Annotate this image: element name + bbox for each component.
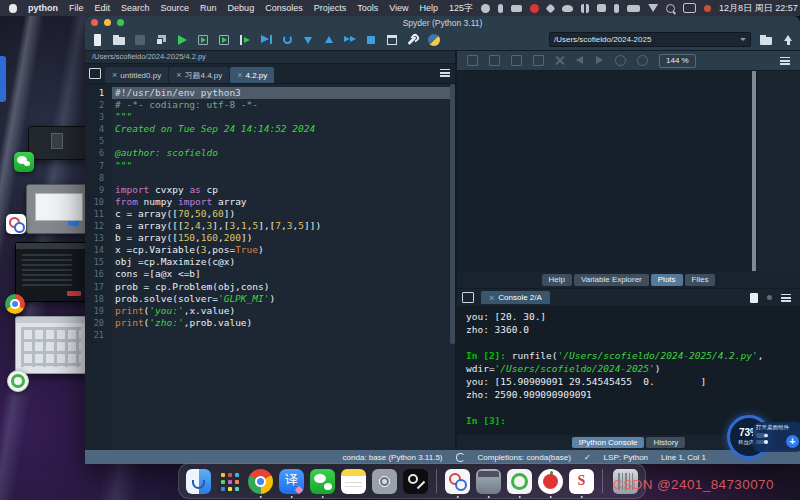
- code-line-11[interactable]: 11c = array([70,50,60]): [85, 208, 455, 220]
- window-thumbnail-wechat[interactable]: [28, 126, 86, 160]
- plots-options-icon[interactable]: [780, 57, 790, 65]
- toggle-switch[interactable]: [756, 440, 768, 445]
- record-icon[interactable]: [530, 4, 539, 13]
- completions-status[interactable]: Completions: conda(base): [478, 453, 571, 462]
- code-line-18[interactable]: 18prob.solve(solver='GLPK_MI'): [85, 293, 455, 305]
- wechat-badge-icon[interactable]: [14, 152, 34, 172]
- menu-item-view[interactable]: View: [389, 3, 408, 13]
- code-line-12[interactable]: 12a = array([[2,4,3],[3,1,5],[7,3,5]]): [85, 220, 455, 232]
- window-titlebar[interactable]: Spyder (Python 3.11): [85, 16, 800, 29]
- save-all-plots-icon[interactable]: [489, 55, 500, 66]
- menu-item-tools[interactable]: Tools: [357, 3, 378, 13]
- console-options-icon[interactable]: [781, 294, 791, 302]
- code-line-20[interactable]: 20print('zho:',prob.value): [85, 317, 455, 329]
- battery-icon[interactable]: [627, 5, 640, 12]
- tab-variable-explorer[interactable]: Variable Explorer: [574, 274, 649, 286]
- close-tab-icon[interactable]: ×: [112, 71, 117, 79]
- close-tab-icon[interactable]: ×: [237, 71, 242, 79]
- dock-wechat-icon[interactable]: [310, 469, 335, 494]
- shapes-icon[interactable]: [546, 3, 556, 13]
- plots-zoom-level[interactable]: 144 %: [659, 54, 696, 68]
- remove-all-plots-icon[interactable]: [555, 56, 564, 65]
- working-directory-input[interactable]: /Users/scofieldo/2024-2025: [549, 32, 751, 47]
- previous-plot-icon[interactable]: [575, 56, 584, 65]
- code-line-10[interactable]: 10from numpy import array: [85, 196, 455, 208]
- code-line-4[interactable]: 4Created on Tue Sep 24 14:14:52 2024: [85, 123, 455, 135]
- conda-env-status[interactable]: conda: base (Python 3.11.5): [343, 453, 443, 462]
- rerun-icon[interactable]: [281, 34, 293, 46]
- new-console-icon[interactable]: [750, 293, 758, 303]
- dock-keychain-icon[interactable]: [403, 469, 428, 494]
- step-up-icon[interactable]: [323, 34, 335, 46]
- apple-menu-icon[interactable]: [9, 4, 17, 13]
- window-thumbnail-grid[interactable]: [15, 316, 87, 374]
- menu-item-file[interactable]: File: [69, 3, 84, 13]
- menu-item-projects[interactable]: Projects: [314, 3, 347, 13]
- zoom-in-icon[interactable]: [615, 55, 626, 66]
- browse-directory-icon[interactable]: [760, 34, 772, 46]
- debug-icon[interactable]: [260, 34, 272, 46]
- user-icon[interactable]: [481, 4, 490, 13]
- run-selection-icon[interactable]: [239, 34, 251, 46]
- tab-files[interactable]: Files: [685, 274, 716, 286]
- chevron-down-icon[interactable]: [740, 38, 746, 41]
- dock-red-apple-icon[interactable]: [538, 469, 563, 494]
- code-line-21[interactable]: 21: [85, 329, 455, 341]
- menu-item-help[interactable]: Help: [420, 3, 439, 13]
- tab-help[interactable]: Help: [542, 274, 572, 286]
- preferences-wrench-icon[interactable]: [407, 34, 419, 46]
- chrome-badge-icon[interactable]: [5, 294, 25, 314]
- code-line-9[interactable]: 9import cvxpy as cp: [85, 184, 455, 196]
- menu-item-consoles[interactable]: Consoles: [265, 3, 303, 13]
- code-line-17[interactable]: 17prob = cp.Problem(obj,cons): [85, 281, 455, 293]
- code-line-13[interactable]: 13b = array([150,160,200]): [85, 232, 455, 244]
- tab-history[interactable]: History: [646, 437, 685, 448]
- code-line-1[interactable]: 1#!/usr/bin/env python3: [85, 87, 455, 99]
- menu-item-run[interactable]: Run: [200, 3, 217, 13]
- close-tab-icon[interactable]: ×: [176, 71, 181, 79]
- plots-display-area[interactable]: [457, 71, 752, 271]
- save-plot-icon[interactable]: [467, 55, 478, 66]
- code-line-14[interactable]: 14x =cp.Variable(3,pos=True): [85, 244, 455, 256]
- dock-settings-icon[interactable]: [372, 469, 397, 494]
- step-over-icon[interactable]: [302, 34, 314, 46]
- display-icon[interactable]: [683, 3, 696, 13]
- code-line-8[interactable]: 8: [85, 172, 455, 184]
- search-icon[interactable]: [666, 4, 675, 13]
- cloud-icon[interactable]: [562, 5, 573, 12]
- code-line-15[interactable]: 15obj =cp.Maximize(c@x): [85, 256, 455, 268]
- add-widget-button[interactable]: +: [786, 435, 799, 448]
- drawio-badge-icon[interactable]: [6, 214, 26, 234]
- plots-thumbnail-column[interactable]: [756, 71, 800, 271]
- dock-s-app-icon[interactable]: [569, 469, 594, 494]
- new-file-icon[interactable]: [92, 34, 104, 46]
- keyboard-icon[interactable]: [511, 5, 522, 12]
- open-folder-icon[interactable]: [113, 34, 125, 46]
- tab-ipython-console[interactable]: IPython Console: [572, 437, 645, 448]
- dock-translate-icon[interactable]: [279, 469, 304, 494]
- dock-window-preview-icon[interactable]: [476, 469, 501, 494]
- stop-icon[interactable]: [365, 34, 377, 46]
- python-env-icon[interactable]: [428, 34, 440, 46]
- browse-tabs-icon[interactable]: [89, 68, 101, 79]
- window-thumbnail-terminal[interactable]: [15, 242, 87, 302]
- dock-chrome-icon[interactable]: [248, 469, 273, 494]
- save-icon[interactable]: [134, 34, 146, 46]
- menu-app-name[interactable]: python: [28, 3, 58, 13]
- code-line-19[interactable]: 19print('you:',x.value): [85, 305, 455, 317]
- menu-item-edit[interactable]: Edit: [95, 3, 111, 13]
- editor-tab-untitled0.py[interactable]: ×untitled0.py: [105, 67, 168, 83]
- dock-notes-icon[interactable]: [341, 469, 366, 494]
- editor-tab-习题4.4.py[interactable]: ×习题4.4.py: [169, 67, 229, 83]
- code-editor[interactable]: 1#!/usr/bin/env python32# -*- codiarng: …: [85, 84, 455, 450]
- code-line-6[interactable]: 6@author: scofieldo: [85, 147, 455, 159]
- run-cell-advance-icon[interactable]: [218, 34, 230, 46]
- editor-options-icon[interactable]: [440, 69, 450, 77]
- mic-icon[interactable]: [498, 4, 503, 13]
- menu-item-debug[interactable]: Debug: [228, 3, 255, 13]
- code-line-2[interactable]: 2# -*- codiarng: utf-8 -*-: [85, 99, 455, 111]
- next-plot-icon[interactable]: [595, 56, 604, 65]
- editor-tab-4.2.py[interactable]: ×4.2.py: [230, 67, 274, 83]
- window-icon[interactable]: [597, 4, 606, 12]
- edge-panel-handle[interactable]: [0, 56, 6, 102]
